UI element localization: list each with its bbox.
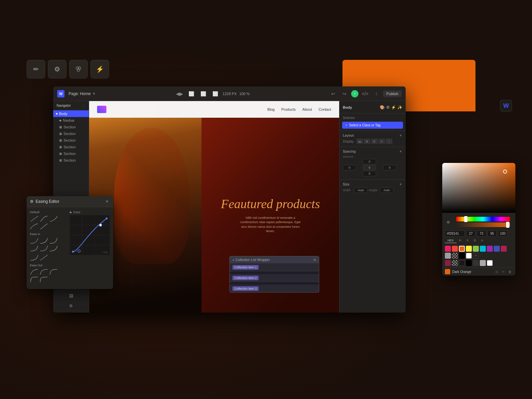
- ease-in-curve-1[interactable]: [30, 237, 39, 244]
- nav-item-section-1[interactable]: ▦ Section: [53, 124, 89, 130]
- height-field[interactable]: Auto: [380, 188, 393, 193]
- ease-in-curve-2[interactable]: [40, 237, 48, 244]
- collection-item-1[interactable]: Collection Item 1: [230, 263, 319, 271]
- margin-right-field[interactable]: 0: [383, 165, 396, 170]
- swatch-yellow[interactable]: [466, 246, 472, 252]
- swatch-pink[interactable]: [445, 246, 451, 252]
- swatch-cyan[interactable]: [480, 246, 486, 252]
- a-input[interactable]: [498, 230, 507, 237]
- redo-btn[interactable]: ↪: [340, 89, 349, 98]
- swatch-deep-pink[interactable]: [501, 246, 507, 252]
- swatch-orange[interactable]: [459, 246, 465, 252]
- s-tab[interactable]: S: [464, 238, 471, 243]
- collection-list-overlay[interactable]: ≡ Collection List Wrapper ⚙ Collection I…: [229, 256, 319, 293]
- swatch-r2-white[interactable]: [487, 260, 493, 266]
- swatch-r2-dark[interactable]: [459, 260, 465, 266]
- share-btn[interactable]: ↑: [372, 89, 381, 98]
- margin-top-field[interactable]: 0: [363, 159, 376, 164]
- color-gradient-area[interactable]: [442, 163, 515, 213]
- right-panel-interact-btn[interactable]: ⚡: [391, 105, 396, 110]
- ease-in-curve-7[interactable]: [30, 254, 39, 261]
- ease-curve-linear[interactable]: [30, 215, 39, 222]
- code-view-btn[interactable]: </>: [360, 89, 370, 98]
- h-tab[interactable]: H: [457, 238, 464, 243]
- styles-btn[interactable]: [69, 60, 88, 78]
- h-input[interactable]: [466, 230, 475, 237]
- swatch-blue[interactable]: [494, 246, 500, 252]
- preview-btn[interactable]: ◀▶: [175, 89, 184, 98]
- display-none-btn[interactable]: ○: [386, 139, 392, 144]
- ease-out-curve-4[interactable]: [30, 276, 39, 283]
- ease-in-curve-5[interactable]: [40, 245, 48, 252]
- swatch-r2-black[interactable]: [466, 260, 472, 266]
- swatch-transparent[interactable]: [452, 253, 458, 259]
- interactions-btn[interactable]: ⚡: [90, 60, 109, 78]
- width-field[interactable]: Auto: [354, 188, 367, 193]
- ease-in-curve-4[interactable]: [30, 245, 39, 252]
- display-grid-btn[interactable]: ⊟: [371, 139, 378, 144]
- display-block-btn[interactable]: ▬: [356, 139, 363, 144]
- desktop-view-btn[interactable]: ⬜: [187, 89, 196, 98]
- ease-out-curve-2[interactable]: [40, 269, 48, 275]
- collection-item-3[interactable]: Collection Item 3: [230, 285, 319, 292]
- nav-item-section-5[interactable]: ▦ Section: [53, 150, 89, 157]
- nav-item-section-4[interactable]: ▦ Section: [53, 144, 89, 150]
- swatch-r2-lightgray[interactable]: [480, 260, 486, 266]
- edit-tool-btn[interactable]: ✏: [27, 60, 45, 78]
- hex-input[interactable]: [445, 230, 465, 237]
- ease-in-curve-6[interactable]: [49, 245, 58, 252]
- publish-btn[interactable]: Publish: [383, 90, 402, 97]
- nav-link-contact[interactable]: Contact: [319, 107, 331, 111]
- collection-item-2[interactable]: Collection Item 2: [230, 274, 319, 282]
- display-flex-btn[interactable]: ⊞: [364, 139, 370, 144]
- nav-link-about[interactable]: About: [302, 107, 312, 111]
- margin-bottom-field[interactable]: 0: [363, 171, 376, 176]
- ease-out-curve-5[interactable]: [40, 276, 48, 283]
- display-inline-btn[interactable]: A: [378, 139, 385, 144]
- margin-left-field[interactable]: 0: [343, 165, 356, 170]
- ease-in-curve-8[interactable]: [40, 254, 48, 261]
- canvas-area[interactable]: Feautured products Nibh nisl condimentum…: [89, 101, 339, 313]
- ease-curve-ease-in[interactable]: [49, 215, 58, 222]
- saved-color-edit-btn[interactable]: ✏: [501, 269, 506, 274]
- ease-curve-ease[interactable]: [40, 215, 48, 222]
- ease-curve-ease-in-out[interactable]: [40, 223, 48, 230]
- s-input[interactable]: [477, 230, 486, 237]
- nav-link-blog[interactable]: Blog: [267, 107, 275, 111]
- swatch-gray[interactable]: [445, 253, 451, 259]
- nav-item-navbar[interactable]: ◆ Navbar: [53, 117, 89, 124]
- nav-item-body[interactable]: ■ Body: [53, 110, 89, 117]
- swatch-r2-2[interactable]: [452, 260, 458, 266]
- ease-in-curve-3[interactable]: [49, 237, 58, 244]
- phone-view-btn[interactable]: ⬜: [211, 89, 220, 98]
- right-panel-settings-btn[interactable]: ⚙: [386, 105, 390, 110]
- nav-item-section-6[interactable]: ▦ Section: [53, 157, 89, 164]
- ease-out-curve-3[interactable]: [49, 269, 58, 275]
- hex-tab[interactable]: HEX: [445, 238, 457, 243]
- swatch-purple[interactable]: [487, 246, 493, 252]
- selector-input[interactable]: ＋ Select a Class or Tag: [342, 122, 403, 129]
- b-tab[interactable]: B: [471, 238, 478, 243]
- swatch-black[interactable]: [459, 253, 465, 259]
- swatch-red[interactable]: [452, 246, 458, 252]
- a-tab[interactable]: A: [478, 238, 486, 243]
- settings-btn[interactable]: ⚙: [48, 60, 66, 78]
- undo-btn[interactable]: ↩: [329, 89, 338, 98]
- nav-settings-nav-btn[interactable]: ⚙: [67, 302, 75, 310]
- tablet-view-btn[interactable]: ⬜: [199, 89, 208, 98]
- b-input[interactable]: [487, 230, 497, 237]
- saved-color-delete-btn[interactable]: 🗑: [507, 269, 513, 274]
- swatch-white[interactable]: [466, 253, 472, 259]
- alpha-bar[interactable]: [456, 222, 510, 227]
- saved-color-copy-btn[interactable]: ⊡: [494, 269, 499, 274]
- nav-item-section-3[interactable]: ▦ Section: [53, 137, 89, 144]
- ease-out-curve-1[interactable]: [30, 269, 39, 275]
- add-swatch-btn[interactable]: +: [473, 253, 479, 259]
- swatch-green[interactable]: [473, 246, 479, 252]
- swatch-r2-1[interactable]: [445, 260, 451, 266]
- easing-editor-close-btn[interactable]: ✕: [104, 199, 110, 204]
- eyedropper-btn[interactable]: ⊕: [445, 219, 452, 225]
- hue-bar[interactable]: [456, 217, 510, 221]
- right-panel-lightning-btn[interactable]: ✨: [397, 105, 402, 110]
- right-panel-style-btn[interactable]: 🎨: [380, 105, 385, 110]
